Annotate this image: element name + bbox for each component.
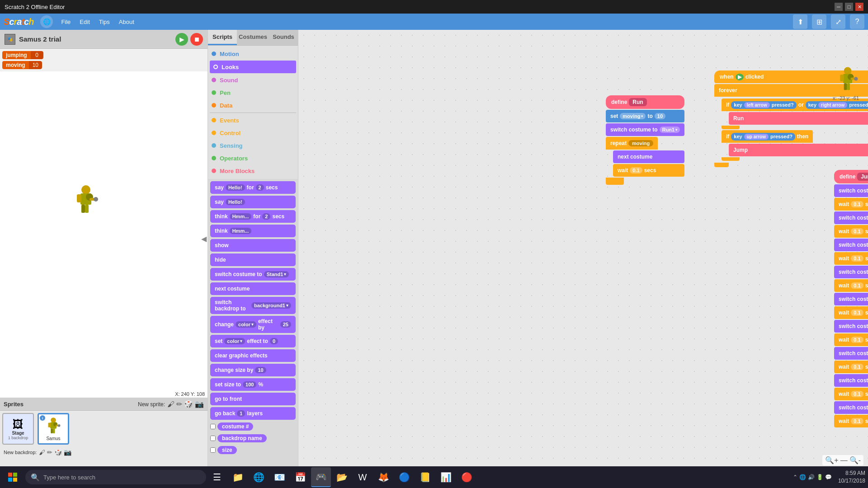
- jump-wait-4[interactable]: wait 0.1 secs: [834, 279, 868, 292]
- taskbar-word[interactable]: W: [353, 467, 373, 487]
- edit-backdrop-button[interactable]: ✏: [47, 449, 52, 456]
- file-menu[interactable]: File: [57, 17, 75, 27]
- taskbar-firefox[interactable]: 🦊: [373, 467, 393, 487]
- block-clear-effects[interactable]: clear graphic effects: [210, 349, 296, 362]
- tips-menu[interactable]: Tips: [94, 17, 114, 27]
- paint-backdrop-button[interactable]: 🖌: [39, 449, 45, 456]
- jump-wait-3[interactable]: wait 0.1 secs: [834, 252, 868, 265]
- block-switch-costume[interactable]: switch costume to Stand1: [210, 268, 296, 281]
- start-button[interactable]: [3, 467, 23, 487]
- block-set-size[interactable]: set size to 100 %: [210, 378, 296, 391]
- block-next-costume[interactable]: next costume: [210, 282, 296, 295]
- category-operators[interactable]: Operators: [208, 152, 298, 164]
- wait-block[interactable]: wait 0.1 secs: [613, 164, 684, 177]
- fullscreen-button[interactable]: ⊞: [812, 14, 826, 29]
- category-events[interactable]: Events: [208, 114, 298, 127]
- taskbar-edge[interactable]: 🌐: [249, 467, 269, 487]
- jump-costume-9[interactable]: switch costume to Jump9: [834, 401, 868, 414]
- taskbar-search[interactable]: 🔍 Type here to search: [25, 470, 206, 484]
- block-say[interactable]: say Hello!: [210, 196, 296, 208]
- zoom-out-button[interactable]: 🔍-: [849, 456, 861, 465]
- task-view-button[interactable]: ☰: [207, 467, 227, 487]
- taskbar-chrome[interactable]: 🔵: [394, 467, 414, 487]
- block-show[interactable]: show: [210, 239, 296, 252]
- info-dot[interactable]: i: [40, 415, 45, 421]
- edit-sprite-button[interactable]: ✏: [176, 400, 182, 408]
- green-flag-button[interactable]: ▶: [175, 33, 188, 46]
- jump-wait-7[interactable]: wait 0.1 secs: [834, 361, 868, 373]
- jump-wait-8[interactable]: wait 0.1 secs: [834, 388, 868, 400]
- block-go-front[interactable]: go to front: [210, 393, 296, 405]
- category-motion[interactable]: Motion: [208, 47, 298, 60]
- category-more-blocks[interactable]: More Blocks: [208, 164, 298, 177]
- taskbar-mail[interactable]: 📧: [269, 467, 289, 487]
- call-jump-block[interactable]: Jump: [729, 144, 868, 156]
- if-up-top[interactable]: if key up arrow pressed? then: [722, 130, 813, 143]
- taskbar-onenote[interactable]: 📒: [415, 467, 435, 487]
- switch-costume-run-block[interactable]: switch costume to Run1: [606, 123, 684, 136]
- taskbar-scratch[interactable]: 🎮: [311, 467, 331, 487]
- category-sound[interactable]: Sound: [208, 74, 298, 86]
- close-button[interactable]: ✕: [855, 3, 863, 11]
- taskbar-powerpoint[interactable]: 📊: [436, 467, 456, 487]
- help-button[interactable]: ?: [850, 14, 864, 29]
- jump-wait-6[interactable]: wait 0.1 secs: [834, 333, 868, 346]
- jump-costume-1[interactable]: switch costume to Jump1: [834, 184, 868, 197]
- jump-costume-6[interactable]: switch costume to Jump6: [834, 320, 868, 333]
- block-say-for[interactable]: say Hello! for 2 secs: [210, 181, 296, 194]
- minimize-button[interactable]: ─: [835, 3, 843, 11]
- surprise-backdrop-button[interactable]: 🎲: [54, 449, 62, 456]
- taskbar-folder2[interactable]: 📂: [332, 467, 352, 487]
- next-costume-block[interactable]: next costume: [613, 150, 684, 163]
- jump-costume-2[interactable]: switch costume to Jump2: [834, 211, 868, 224]
- set-moving-block[interactable]: set moving to 10: [606, 110, 684, 122]
- jump-wait-2[interactable]: wait 0.1 secs: [834, 225, 868, 238]
- upload-backdrop-button[interactable]: 📷: [64, 449, 71, 456]
- edit-menu[interactable]: Edit: [75, 17, 94, 27]
- block-go-back[interactable]: go back 1 layers: [210, 407, 296, 420]
- block-think[interactable]: think Hmm...: [210, 225, 296, 237]
- backdrop-reporter-checkbox[interactable]: [210, 436, 216, 441]
- tab-sounds[interactable]: Sounds: [269, 30, 298, 45]
- surprise-sprite-button[interactable]: 🎲: [184, 400, 193, 408]
- call-run-block[interactable]: Run: [729, 112, 868, 125]
- category-control[interactable]: Control: [208, 127, 298, 139]
- taskbar-app2[interactable]: 🔴: [457, 467, 476, 487]
- clock[interactable]: 8:59 AM 10/17/2018: [838, 469, 865, 485]
- upload-sprite-button[interactable]: 📷: [195, 400, 204, 408]
- tab-costumes[interactable]: Costumes: [237, 30, 269, 45]
- resize-handle[interactable]: ◀: [201, 235, 207, 243]
- jump-costume-4[interactable]: switch costume to Jump4: [834, 266, 868, 278]
- zoom-reset-button[interactable]: —: [840, 456, 848, 465]
- block-change-size[interactable]: change size by 10: [210, 364, 296, 376]
- category-data[interactable]: Data: [208, 99, 298, 112]
- stage-thumbnail[interactable]: 🖼 Stage 1 backdrop: [2, 413, 34, 445]
- size-reporter-checkbox[interactable]: [210, 447, 216, 453]
- block-think-for[interactable]: think Hmm... for 2 secs: [210, 210, 296, 223]
- define-jump-block[interactable]: define Jump: [834, 170, 868, 183]
- category-pen[interactable]: Pen: [208, 86, 298, 99]
- maximize-stage-button[interactable]: ⤢: [831, 14, 845, 29]
- about-menu[interactable]: About: [114, 17, 139, 27]
- show-hidden-icons[interactable]: ⌃: [793, 474, 797, 480]
- maximize-button[interactable]: □: [845, 3, 853, 11]
- taskbar-explorer[interactable]: 📁: [228, 467, 248, 487]
- repeat-top[interactable]: repeat moving: [606, 137, 658, 150]
- tab-scripts[interactable]: Scripts: [208, 30, 237, 45]
- zoom-in-button[interactable]: 🔍+: [825, 456, 838, 465]
- costume-reporter-checkbox[interactable]: [210, 424, 216, 429]
- jump-wait-9[interactable]: wait 0.1 secs: [834, 415, 868, 427]
- paint-sprite-button[interactable]: 🖌: [167, 400, 175, 408]
- block-hide[interactable]: hide: [210, 253, 296, 266]
- jump-costume-5[interactable]: switch costume to Jump5: [834, 293, 868, 305]
- block-switch-backdrop[interactable]: switch backdrop to background1: [210, 297, 296, 314]
- stop-button[interactable]: ⏹: [190, 33, 203, 46]
- taskbar-calendar[interactable]: 📅: [290, 467, 310, 487]
- block-backdrop-reporter[interactable]: backdrop name: [217, 434, 267, 442]
- jump-wait-1[interactable]: wait 0.1 secs: [834, 198, 868, 211]
- globe-button[interactable]: 🌐: [40, 15, 53, 28]
- block-change-effect[interactable]: change color effect by 25: [210, 316, 296, 333]
- block-size-reporter[interactable]: size: [217, 446, 237, 454]
- category-sensing[interactable]: Sensing: [208, 139, 298, 152]
- jump-costume-8[interactable]: switch costume to Jump8: [834, 374, 868, 387]
